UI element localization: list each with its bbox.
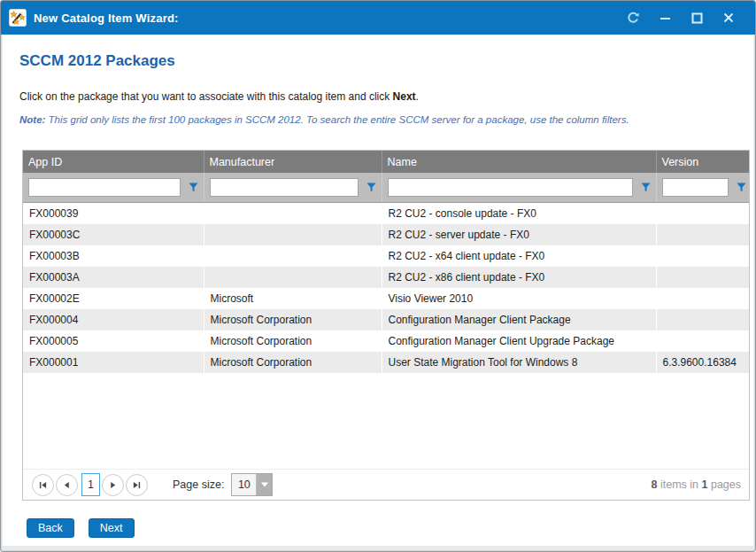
- table-cell: R2 CU2 - x64 client update - FX0: [382, 245, 656, 267]
- table-cell: [656, 267, 750, 288]
- table-cell: [204, 245, 382, 267]
- filter-row: [23, 173, 750, 203]
- pager-previous-button[interactable]: [56, 474, 78, 496]
- window-controls: [624, 9, 737, 27]
- table-cell: [656, 203, 750, 225]
- table-row[interactable]: FX00003AR2 CU2 - x86 client update - FX0: [23, 267, 750, 288]
- table-row[interactable]: FX000004Microsoft CorporationConfigurati…: [23, 309, 750, 330]
- pages-text: pages: [707, 478, 741, 491]
- table-cell: User State Migration Tool for Windows 8: [382, 352, 656, 373]
- filter-input-app-id[interactable]: [28, 178, 181, 197]
- page-size-value: 10: [232, 474, 257, 495]
- filter-input-version[interactable]: [662, 178, 729, 197]
- table-cell: Visio Viewer 2010: [382, 288, 656, 309]
- wizard-window: New Catalog Item Wizard:: [0, 0, 756, 552]
- page-size-dropdown-arrow[interactable]: [257, 474, 272, 495]
- table-cell: [656, 288, 750, 309]
- footer-buttons: Back Next: [27, 518, 135, 538]
- wizard-wand-stars-icon: [9, 9, 27, 27]
- note-body: This grid only lists the first 100 packa…: [45, 114, 629, 125]
- table-cell: Microsoft Corporation: [204, 352, 382, 373]
- pager-summary: 8 items in 1 pages: [652, 478, 741, 491]
- table-row[interactable]: FX000039R2 CU2 - console update - FX0: [23, 203, 750, 225]
- table-cell: FX000004: [23, 309, 204, 330]
- close-button[interactable]: [720, 9, 737, 27]
- next-button[interactable]: Next: [89, 518, 135, 538]
- column-header-app-id[interactable]: App ID: [23, 151, 204, 173]
- table-row[interactable]: FX000005Microsoft CorporationConfigurati…: [23, 330, 750, 352]
- table-cell: FX00003A: [23, 267, 204, 288]
- filter-funnel-icon[interactable]: [189, 183, 198, 192]
- table-cell: R2 CU2 - console update - FX0: [382, 203, 656, 225]
- maximize-icon: [691, 12, 703, 24]
- pager-next-button[interactable]: [102, 474, 124, 496]
- pager-current-page[interactable]: 1: [81, 473, 100, 496]
- pager: 1 Page size: 10 8 items in 1 pages: [23, 469, 749, 500]
- refresh-icon: [626, 11, 640, 25]
- filter-funnel-icon[interactable]: [641, 183, 651, 192]
- table-cell: Configuration Manager Client Package: [382, 309, 656, 330]
- refresh-button[interactable]: [624, 9, 642, 27]
- items-text: items in: [658, 478, 702, 491]
- instruction-next-emphasis: Next: [393, 90, 416, 103]
- filter-funnel-icon[interactable]: [366, 183, 376, 192]
- column-header-name[interactable]: Name: [382, 151, 656, 173]
- note-label: Note:: [19, 114, 45, 125]
- table-row[interactable]: FX00003CR2 CU2 - server update - FX0: [23, 224, 750, 245]
- maximize-button[interactable]: [688, 9, 706, 27]
- items-count: 8: [652, 478, 658, 491]
- table-cell: [656, 224, 750, 245]
- minimize-icon: [660, 12, 671, 24]
- previous-page-icon: [63, 481, 71, 489]
- filter-input-manufacturer[interactable]: [210, 178, 359, 197]
- instruction-suffix: .: [416, 90, 419, 103]
- table-cell: [204, 224, 382, 245]
- table-cell: [656, 245, 750, 267]
- table-header-row: App ID Manufacturer Name Version: [23, 151, 750, 173]
- chevron-down-icon: [260, 481, 269, 488]
- grid-empty-area: [23, 373, 749, 469]
- page-size-label: Page size:: [173, 478, 224, 491]
- table-cell: FX000005: [23, 330, 204, 352]
- table-cell: FX00003B: [23, 245, 204, 267]
- back-button[interactable]: Back: [27, 518, 74, 538]
- table-cell: Microsoft Corporation: [204, 309, 382, 330]
- next-page-icon: [109, 481, 117, 489]
- table-cell: Configuration Manager Client Upgrade Pac…: [382, 330, 656, 352]
- pager-first-button[interactable]: [32, 474, 54, 496]
- table-row[interactable]: FX00002EMicrosoftVisio Viewer 2010: [23, 288, 750, 309]
- window-title: New Catalog Item Wizard:: [34, 12, 179, 25]
- minimize-button[interactable]: [656, 9, 674, 27]
- table-cell: [204, 203, 382, 225]
- pager-last-button[interactable]: [126, 474, 148, 496]
- table-cell: FX00003C: [23, 224, 204, 245]
- instruction-text: Click on the package that you want to as…: [19, 90, 419, 103]
- content-area: SCCM 2012 Packages Click on the package …: [3, 35, 753, 546]
- table-cell: [656, 309, 750, 330]
- table-cell: FX00002E: [23, 288, 204, 309]
- table-cell: [204, 267, 382, 288]
- first-page-icon: [39, 481, 47, 489]
- table-cell: FX000039: [23, 203, 204, 225]
- column-header-version[interactable]: Version: [656, 151, 750, 173]
- table-cell: Microsoft Corporation: [204, 330, 382, 352]
- table-cell: FX000001: [23, 352, 204, 373]
- table-cell: R2 CU2 - server update - FX0: [382, 224, 656, 245]
- table-row[interactable]: FX00003BR2 CU2 - x64 client update - FX0: [23, 245, 750, 267]
- column-header-manufacturer[interactable]: Manufacturer: [204, 151, 382, 173]
- table-cell: Microsoft: [204, 288, 382, 309]
- filter-funnel-icon[interactable]: [737, 183, 746, 192]
- packages-grid: App ID Manufacturer Name Version: [22, 150, 750, 501]
- table-cell: 6.3.9600.16384: [656, 352, 750, 373]
- table-cell: [656, 330, 750, 352]
- grid-body: FX000039R2 CU2 - console update - FX0FX0…: [23, 203, 750, 374]
- page-title: SCCM 2012 Packages: [19, 52, 175, 70]
- titlebar: New Catalog Item Wizard:: [1, 1, 755, 35]
- table-row[interactable]: FX000001Microsoft CorporationUser State …: [23, 352, 750, 373]
- instruction-prefix: Click on the package that you want to as…: [19, 90, 393, 103]
- page-size-dropdown[interactable]: 10: [231, 473, 273, 496]
- close-icon: [723, 12, 734, 23]
- note-text: Note: This grid only lists the first 100…: [19, 114, 629, 125]
- table-cell: R2 CU2 - x86 client update - FX0: [382, 267, 656, 288]
- filter-input-name[interactable]: [388, 178, 633, 197]
